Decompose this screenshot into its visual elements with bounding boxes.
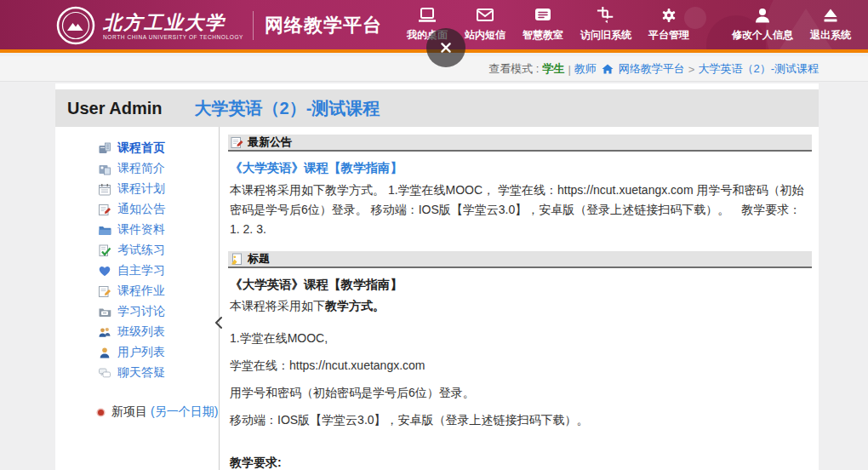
- view-mode-teacher-link[interactable]: 教师: [574, 61, 597, 77]
- chat-icon: [98, 367, 111, 380]
- platform-title: 网络教学平台: [265, 13, 382, 38]
- group-icon: [98, 326, 111, 339]
- sidebar-item-discussion[interactable]: 学习讨论: [98, 301, 219, 322]
- course-sidebar: 课程首页 课程简介 课程计划 通知公告 课件资料: [55, 127, 220, 470]
- content-card: User Admin 大学英语（2）-测试课程 课程首页 课程简介 课程计划: [55, 83, 819, 470]
- sidebar-item-chat-qa[interactable]: 聊天答疑: [98, 363, 219, 383]
- calendar-icon: [98, 183, 111, 196]
- homework-icon: [98, 285, 111, 298]
- sidebar-item-label: 课程计划: [117, 181, 165, 197]
- post-paragraph: 用学号和密码（初始密码是学号后6位）登录。: [230, 384, 812, 402]
- requirements-heading: 教学要求:: [230, 456, 812, 470]
- course-title[interactable]: 大学英语（2）-测试课程: [195, 97, 380, 120]
- post-intro: 本课程将采用如下教学方式。: [230, 297, 812, 315]
- breadcrumb-platform-link[interactable]: 网络教学平台: [619, 61, 685, 77]
- nav-edit-profile[interactable]: 修改个人信息: [723, 5, 802, 43]
- person-icon: [752, 5, 773, 26]
- university-name-en: NORTH CHINA UNIVERSITY OF TECHNOLOGY: [103, 34, 243, 40]
- sidebar-item-label: 课程简介: [117, 161, 165, 176]
- sidebar-item-label: 学习讨论: [117, 304, 165, 319]
- page-titlebar: User Admin 大学英语（2）-测试课程: [55, 89, 819, 127]
- breadcrumb-arrow: >: [688, 63, 695, 76]
- gear-icon: [659, 5, 679, 26]
- sidebar-item-course-home[interactable]: 课程首页: [98, 138, 219, 158]
- sidebar-item-label: 考试练习: [117, 243, 165, 258]
- post-paragraph: 1.学堂在线MOOC,: [230, 330, 812, 347]
- sidebar-item-courseware[interactable]: 课件资料: [98, 220, 219, 240]
- folder-icon: [98, 224, 111, 237]
- university-name-zh: 北方工业大学: [103, 12, 243, 32]
- sidebar-item-label: 班级列表: [117, 324, 165, 340]
- post-title: 《大学英语》课程【教学指南】: [230, 277, 812, 293]
- sidebar-item-course-plan[interactable]: 课程计划: [98, 179, 219, 199]
- sidebar-collapse-handle[interactable]: [214, 316, 224, 333]
- breadcrumb-separator: |: [568, 63, 570, 76]
- nav-platform-admin[interactable]: 平台管理: [640, 5, 698, 43]
- sidebar-item-notices[interactable]: 通知公告: [98, 199, 219, 220]
- screen-icon: [533, 5, 553, 26]
- sidebar-item-label: 通知公告: [117, 202, 165, 217]
- breadcrumb-current-course[interactable]: 大学英语（2）-测试课程: [698, 61, 819, 77]
- sidebar-new-item: 新项目 (另一个日期): [98, 404, 219, 420]
- book-info-icon: [98, 163, 111, 175]
- close-icon: [437, 38, 455, 57]
- sidebar-item-user-list[interactable]: 用户列表: [98, 342, 219, 363]
- sidebar-item-label: 课程作业: [117, 284, 165, 299]
- chevron-left-icon: [214, 316, 224, 330]
- sidebar-item-label: 聊天答疑: [117, 365, 165, 381]
- breadcrumb: 查看模式 : 学生 | 教师 网络教学平台 > 大学英语（2）-测试课程: [485, 56, 819, 82]
- nav-label: 站内短信: [465, 28, 505, 43]
- user-admin-label: User Admin: [67, 99, 163, 118]
- sidebar-item-homework[interactable]: 课程作业: [98, 281, 219, 301]
- red-bullet-icon: [98, 410, 104, 416]
- crop-arrow-icon: [596, 5, 616, 26]
- post-intro-text: 本课程将采用如下: [230, 299, 325, 312]
- nav-label: 智慧教室: [523, 28, 563, 43]
- user-icon: [98, 347, 111, 359]
- book-home-icon: [98, 142, 111, 155]
- post-intro-bold: 教学方式。: [325, 299, 385, 312]
- logo-divider: [253, 11, 254, 40]
- post-paragraph: 学堂在线：https://ncut.xuetangx.com: [230, 357, 812, 375]
- sidebar-item-label: 课件资料: [117, 222, 165, 238]
- nav-label: 退出系统: [810, 28, 851, 43]
- nav-label: 平台管理: [648, 28, 689, 43]
- nav-messages[interactable]: 站内短信: [456, 5, 514, 43]
- close-overlay-button[interactable]: [426, 28, 465, 67]
- page-star-icon: [231, 253, 243, 266]
- nav-label: 访问旧系统: [580, 28, 631, 43]
- notice-icon: [98, 203, 111, 216]
- view-mode-label: 查看模式 :: [488, 61, 539, 77]
- nav-label: 修改个人信息: [732, 28, 793, 43]
- announcement-link[interactable]: 《大学英语》课程【教学指南】: [230, 160, 812, 176]
- university-seal-icon: [56, 6, 95, 45]
- sidebar-item-class-list[interactable]: 班级列表: [98, 322, 219, 342]
- post-paragraph: 移动端：IOS版【学堂云3.0】，安卓版（登录上述链接扫码下载）。: [230, 411, 812, 429]
- sidebar-item-course-intro[interactable]: 课程简介: [98, 158, 219, 179]
- new-item-text: 新项目: [111, 404, 147, 420]
- new-item-date-link[interactable]: (另一个日期): [151, 404, 218, 420]
- university-name: 北方工业大学 NORTH CHINA UNIVERSITY OF TECHNOL…: [103, 12, 243, 40]
- sidebar-item-label: 自主学习: [117, 263, 165, 278]
- university-logo-group[interactable]: 北方工业大学 NORTH CHINA UNIVERSITY OF TECHNOL…: [56, 6, 382, 45]
- heart-icon: [98, 265, 111, 278]
- exam-check-icon: [98, 244, 111, 257]
- sidebar-item-label: 课程首页: [117, 140, 165, 156]
- nav-logout[interactable]: 退出系统: [802, 5, 859, 43]
- nav-old-system[interactable]: 访问旧系统: [572, 5, 640, 43]
- title-section-header: 标题: [228, 251, 812, 268]
- sidebar-item-exam-practice[interactable]: 考试练习: [98, 240, 219, 261]
- laptop-icon: [417, 5, 437, 26]
- home-icon[interactable]: [602, 63, 614, 75]
- announcement-section-header: 最新公告: [228, 135, 812, 152]
- sidebar-item-label: 用户列表: [117, 345, 165, 360]
- section-title: 标题: [248, 251, 270, 267]
- main-content: 最新公告 《大学英语》课程【教学指南】 本课程将采用如下教学方式。 1.学堂在线…: [220, 127, 819, 470]
- notice-icon: [231, 136, 243, 149]
- nav-smart-classroom[interactable]: 智慧教室: [514, 5, 572, 43]
- announcement-body: 本课程将采用如下教学方式。 1.学堂在线MOOC， 学堂在线：https://n…: [230, 181, 812, 239]
- view-mode-student-link[interactable]: 学生: [542, 61, 564, 77]
- sidebar-item-self-study[interactable]: 自主学习: [98, 261, 219, 281]
- header-nav: 我的桌面 站内短信 智慧教室 访问旧系统 平台管理: [398, 5, 859, 43]
- mail-icon: [475, 5, 495, 26]
